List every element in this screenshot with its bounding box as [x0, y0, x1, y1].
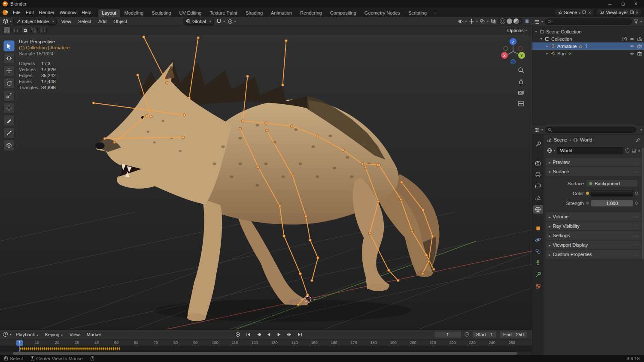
tab-sculpting[interactable]: Sculpting — [148, 9, 175, 17]
solid-shading-icon[interactable] — [507, 18, 512, 24]
scene-selector[interactable]: Scene × — [554, 9, 594, 16]
add-workspace-button[interactable]: + — [431, 9, 439, 17]
tab-scripting[interactable]: Scripting — [404, 9, 431, 17]
new-viewlayer-icon[interactable] — [630, 10, 634, 15]
expand-icon[interactable]: ▾ — [534, 30, 538, 33]
gizmo-neg-z-axis[interactable] — [511, 60, 516, 64]
expand-icon[interactable]: ▸ — [545, 44, 549, 48]
tool-tab-icon[interactable] — [533, 140, 543, 148]
show-overlays-icon[interactable] — [480, 18, 489, 24]
remove-viewlayer-icon[interactable]: × — [636, 10, 638, 15]
play-button[interactable] — [275, 331, 283, 338]
drag-handle-icon[interactable] — [633, 160, 639, 164]
render-tab-icon[interactable] — [533, 159, 543, 167]
drag-handle-icon[interactable] — [633, 215, 639, 219]
properties-search[interactable] — [545, 127, 637, 133]
drag-handle-icon[interactable] — [633, 170, 639, 174]
browse-world-icon[interactable] — [547, 148, 556, 153]
disable-render-camera-icon[interactable] — [637, 44, 642, 49]
drag-handle-icon[interactable] — [633, 253, 639, 256]
gizmo-neg-y-axis[interactable] — [504, 46, 508, 51]
unlink-datablock-icon[interactable]: × — [638, 148, 641, 153]
proportional-editing-icon[interactable] — [228, 19, 236, 24]
gizmo-neg-x-axis[interactable] — [518, 46, 522, 51]
surface-type-button[interactable]: Background — [586, 180, 638, 187]
viewport-menu-add[interactable]: Add — [96, 19, 109, 24]
zoom-icon[interactable] — [518, 67, 524, 73]
timeline-menu-marker[interactable]: Marker — [84, 332, 103, 337]
new-scene-icon[interactable] — [582, 10, 586, 15]
options-dropdown[interactable]: Options — [506, 28, 529, 33]
material-shading-icon[interactable] — [513, 18, 519, 24]
pan-hand-icon[interactable] — [518, 78, 524, 84]
timeline-keyframes[interactable] — [0, 346, 532, 352]
tab-compositing[interactable]: Compositing — [326, 9, 360, 17]
tab-texture-paint[interactable]: Texture Paint — [206, 9, 241, 17]
properties-options-icon[interactable] — [638, 128, 642, 132]
viewport-menu-select[interactable]: Select — [76, 19, 94, 24]
panel-header-ray-visibility[interactable]: Ray Visibility — [546, 222, 641, 230]
jump-to-start-button[interactable] — [244, 331, 252, 338]
rendered-shading-active[interactable] — [520, 21, 521, 22]
end-frame-field[interactable]: End 250 — [499, 331, 528, 338]
maximize-icon[interactable] — [617, 0, 629, 7]
tool-measure[interactable] — [3, 127, 15, 139]
tab-uv-editing[interactable]: UV Editing — [175, 9, 205, 17]
jump-to-end-button[interactable] — [296, 331, 304, 338]
properties-scrollbar[interactable] — [642, 148, 644, 259]
physics-tab-icon[interactable] — [533, 235, 543, 244]
tab-animation[interactable]: Animation — [267, 9, 296, 17]
object-tab-icon[interactable] — [533, 224, 543, 232]
drag-handle-icon[interactable] — [633, 243, 639, 247]
menu-window[interactable]: Window — [57, 8, 79, 17]
panel-header-settings[interactable]: Settings — [546, 231, 641, 240]
timeline-editor-type-icon[interactable] — [3, 332, 12, 337]
hide-eye-icon[interactable] — [629, 51, 635, 56]
auto-keying-button[interactable] — [234, 331, 242, 338]
timeline-ruler[interactable]: 10 20 30 40 50 60 70 80 90 100 110 120 1… — [0, 339, 532, 346]
panel-header-custom-properties[interactable]: Custom Properties — [546, 250, 641, 259]
tool-rotate[interactable] — [3, 78, 15, 89]
output-tab-icon[interactable] — [533, 170, 543, 179]
timeline-scrollbar[interactable] — [0, 352, 532, 355]
outliner-row-sun[interactable]: ▸ Sun — [532, 50, 644, 57]
tab-layout[interactable]: Layout — [98, 9, 120, 17]
world-color-swatch[interactable] — [591, 190, 633, 196]
preview-range-clock-icon[interactable] — [464, 332, 470, 337]
timeline-menu-playback[interactable]: Playback — [13, 332, 41, 337]
breadcrumb-world[interactable]: World — [580, 137, 592, 142]
minimize-icon[interactable] — [605, 0, 616, 7]
orthographic-grid-icon[interactable] — [518, 100, 524, 107]
hide-eye-icon[interactable] — [629, 44, 635, 49]
select-mode-subtract[interactable] — [21, 27, 29, 34]
tool-transform[interactable] — [3, 103, 15, 114]
close-icon[interactable] — [630, 0, 641, 7]
outliner-search-input[interactable] — [553, 19, 630, 24]
current-frame-field[interactable]: 1 — [434, 331, 462, 338]
select-mode-intersect[interactable] — [39, 27, 47, 34]
strength-decorator-icon[interactable] — [635, 202, 638, 205]
viewlayer-selector[interactable]: ViewLayer × — [596, 9, 641, 16]
orientation-dropdown[interactable]: Global — [183, 18, 214, 25]
navigation-gizmo[interactable]: Z X Y — [499, 38, 527, 65]
constraints-tab-icon[interactable] — [533, 247, 543, 256]
panel-header-surface[interactable]: Surface — [546, 167, 641, 176]
tool-move[interactable] — [3, 65, 15, 76]
start-frame-field[interactable]: Start 1 — [472, 331, 497, 338]
tool-select-box[interactable] — [3, 40, 15, 51]
tool-scale[interactable] — [3, 90, 15, 101]
select-mode-invert[interactable] — [30, 27, 38, 34]
modifier-tab-icon[interactable] — [533, 270, 543, 279]
panel-header-volume[interactable]: Volume — [546, 212, 641, 221]
hide-eye-icon[interactable] — [629, 36, 635, 42]
outliner-row-armature[interactable]: ▸ Armature — [532, 42, 644, 50]
pause-render-icon[interactable] — [525, 19, 529, 24]
viewport-menu-view[interactable]: View — [58, 19, 74, 24]
tool-cursor[interactable] — [3, 53, 15, 64]
world-tab-icon[interactable] — [533, 205, 543, 214]
outliner-search[interactable] — [545, 18, 632, 25]
strength-animate-dot[interactable] — [586, 202, 589, 205]
tool-add-cube[interactable] — [3, 140, 15, 151]
tab-shading[interactable]: Shading — [242, 9, 267, 17]
expand-icon[interactable]: ▸ — [545, 51, 549, 55]
